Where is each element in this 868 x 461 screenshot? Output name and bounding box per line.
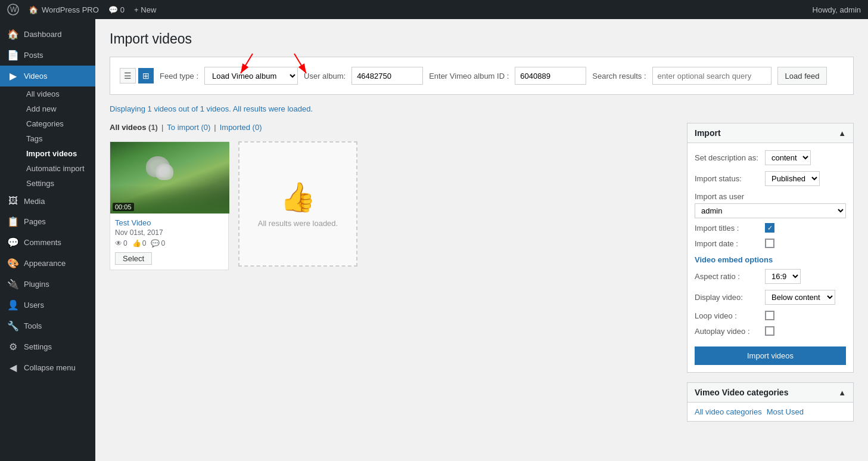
import-titles-checkbox[interactable]: ✓	[765, 223, 774, 233]
import-titles-label: Import titles :	[695, 224, 760, 233]
video-meta: 👁 0 👍 0 💬 0	[115, 239, 223, 247]
sidebar-item-users[interactable]: 👤 Users	[0, 295, 95, 315]
thumbs-up-icon: 👍	[280, 181, 316, 214]
display-video-row: Display video: Below content Above conte…	[695, 290, 846, 305]
comments-link[interactable]: 💬 0	[108, 5, 125, 14]
all-video-categories-link[interactable]: All video categories	[695, 407, 762, 416]
home-icon: 🏠	[29, 5, 38, 14]
most-used-link[interactable]: Most Used	[767, 407, 804, 416]
import-titles-row: Import titles : ✓	[695, 223, 846, 233]
dashboard-icon: 🏠	[7, 29, 19, 40]
all-results-card: 👍 All results were loaded.	[238, 141, 357, 267]
status-message: Displaying 1 videos out of 1 videos. All…	[110, 104, 854, 113]
sidebar-item-comments[interactable]: 💬 Comments	[0, 232, 95, 253]
collapse-icon-categories[interactable]: ▲	[838, 388, 846, 397]
sidebar-item-pages[interactable]: 📋 Pages	[0, 211, 95, 232]
select-button[interactable]: Select	[115, 252, 152, 265]
view-toggle[interactable]: ☰ ⊞	[120, 68, 154, 83]
list-view-btn[interactable]: ☰	[120, 68, 136, 83]
set-description-row: Set description as: content excerpt none	[695, 150, 846, 165]
sidebar-item-collapse[interactable]: ◀ Collapse menu	[0, 357, 95, 378]
import-status-select[interactable]: Published Draft Pending	[765, 171, 820, 186]
vimeo-album-id-input[interactable]	[515, 67, 586, 85]
page-title: Import videos	[110, 31, 854, 47]
video-embed-title: Video embed options	[695, 255, 846, 264]
load-feed-button[interactable]: Load feed	[777, 67, 827, 85]
video-date: Nov 01st, 2017	[115, 228, 223, 237]
plugins-icon: 🔌	[7, 279, 19, 290]
autoplay-video-label: Autoplay video :	[695, 327, 760, 336]
wp-logo[interactable]: W	[7, 4, 19, 16]
vimeo-categories-title: Vimeo Video categories	[695, 388, 788, 397]
aspect-ratio-select[interactable]: 16:9 4:3 1:1	[765, 269, 801, 284]
sidebar-item-plugins[interactable]: 🔌 Plugins	[0, 274, 95, 295]
videos-area: All videos (1) | To import (0) | Importe…	[110, 123, 668, 270]
sidebar-item-label: Settings	[24, 342, 52, 351]
sidebar-item-categories[interactable]: Categories	[19, 116, 95, 131]
site-name-link[interactable]: 🏠 WordPress PRO	[29, 5, 99, 14]
video-title[interactable]: Test Video	[115, 218, 223, 227]
sidebar-item-label: Comments	[24, 238, 61, 247]
sidebar-item-label: Appearance	[24, 259, 66, 268]
search-input[interactable]	[652, 67, 771, 85]
sidebar-item-label: Collapse menu	[24, 363, 76, 372]
import-panel-header: Import ▲	[687, 123, 853, 143]
sidebar-item-automatic-import[interactable]: Automatic import	[19, 161, 95, 176]
import-status-label: Import status:	[695, 174, 760, 183]
new-link[interactable]: + New	[134, 5, 156, 14]
set-description-select[interactable]: content excerpt none	[765, 150, 811, 165]
sidebar-item-tags[interactable]: Tags	[19, 131, 95, 146]
like-count: 👍 0	[132, 239, 147, 247]
user-album-input[interactable]	[351, 67, 423, 85]
sidebar-item-add-new[interactable]: Add new	[19, 101, 95, 116]
top-bar: W 🏠 WordPress PRO 💬 0 + New Howdy, admin	[0, 0, 868, 19]
collapse-icon-import[interactable]: ▲	[838, 129, 846, 138]
sub-item-label: Add new	[26, 104, 57, 113]
tab-to-import[interactable]: To import (0)	[167, 123, 210, 132]
sidebar-item-media[interactable]: 🖼 Media	[0, 191, 95, 211]
tab-all-videos[interactable]: All videos (1)	[110, 123, 158, 132]
tab-imported[interactable]: Imported (0)	[220, 123, 262, 132]
collapse-icon: ◀	[7, 362, 19, 373]
autoplay-video-checkbox[interactable]	[765, 326, 774, 336]
sidebar: 🏠 Dashboard 📄 Posts ▶ Videos All videos …	[0, 19, 95, 461]
video-grid: 00:05 Test Video Nov 01st, 2017 👁 0 👍 0 …	[110, 141, 668, 270]
sidebar-item-tools[interactable]: 🔧 Tools	[0, 315, 95, 336]
video-info: Test Video Nov 01st, 2017 👁 0 👍 0 💬 0 Se…	[110, 214, 228, 270]
import-date-checkbox[interactable]	[765, 239, 774, 248]
sidebar-item-label: Users	[24, 301, 44, 310]
sub-item-label: Settings	[26, 179, 54, 188]
settings-icon: ⚙	[7, 341, 19, 352]
loop-video-label: Loop video :	[695, 311, 760, 320]
user-album-label: User album:	[304, 72, 346, 81]
aspect-ratio-row: Aspect ratio : 16:9 4:3 1:1	[695, 269, 846, 284]
video-thumbnail: 00:05	[110, 142, 229, 214]
all-results-message: All results were loaded.	[258, 219, 338, 228]
import-as-user-select[interactable]: admin	[695, 203, 846, 218]
sidebar-item-appearance[interactable]: 🎨 Appearance	[0, 253, 95, 274]
feed-type-select[interactable]: Load Vimeo album Load Vimeo user Load Vi…	[204, 67, 298, 85]
sidebar-item-posts[interactable]: 📄 Posts	[0, 45, 95, 66]
sidebar-item-label: Pages	[24, 217, 46, 226]
media-icon: 🖼	[7, 196, 19, 206]
appearance-icon: 🎨	[7, 258, 19, 269]
sub-item-label: Categories	[26, 119, 64, 128]
feed-type-label: Feed type :	[160, 72, 198, 81]
import-panel-title: Import	[695, 128, 721, 138]
sidebar-item-import-videos[interactable]: Import videos	[19, 146, 95, 161]
sidebar-item-settings[interactable]: ⚙ Settings	[0, 336, 95, 357]
sidebar-item-dashboard[interactable]: 🏠 Dashboard	[0, 24, 95, 45]
loop-video-checkbox[interactable]	[765, 311, 774, 320]
sub-item-label: Import videos	[26, 149, 77, 158]
comments-icon: 💬	[7, 237, 19, 248]
sidebar-item-all-videos[interactable]: All videos	[19, 86, 95, 101]
sidebar-item-settings-videos[interactable]: Settings	[19, 176, 95, 191]
display-video-select[interactable]: Below content Above content None	[765, 290, 835, 305]
grid-view-btn[interactable]: ⊞	[138, 68, 154, 83]
howdy-text: Howdy, admin	[813, 5, 861, 14]
import-videos-button[interactable]: Import videos	[695, 346, 846, 365]
import-panel: Import ▲ Set description as: content exc…	[687, 123, 854, 373]
video-tabs: All videos (1) | To import (0) | Importe…	[110, 123, 668, 132]
right-panel: Import ▲ Set description as: content exc…	[687, 123, 854, 431]
sidebar-item-videos[interactable]: ▶ Videos	[0, 66, 95, 86]
